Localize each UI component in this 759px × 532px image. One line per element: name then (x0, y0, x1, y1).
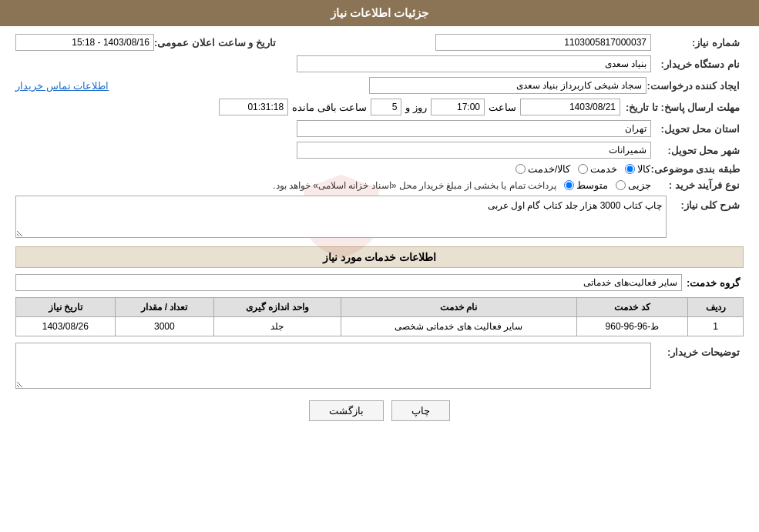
buyer-org-label: نام دستگاه خریدار: (651, 59, 744, 70)
time-label: ساعت (485, 102, 520, 113)
print-button[interactable]: چاپ (391, 400, 450, 421)
purchase-type-row: نوع فرآیند خرید : متوسط جزیی پرداخت تمام… (15, 179, 744, 191)
cell-quantity: 3000 (115, 317, 213, 336)
services-table: ردیف کد خدمت نام خدمت واحد اندازه گیری ت… (15, 297, 744, 336)
need-description-wrapper: چاپ کتاب 3000 هزار جلد کتاب گام اول عربی (15, 196, 667, 240)
buyer-notes-textarea[interactable] (15, 343, 651, 389)
col-service-code: کد خدمت (576, 298, 688, 317)
purchase-type-note: پرداخت تمام یا بخشی از مبلغ خریدار محل «… (273, 180, 556, 191)
city-label: شهر محل تحویل: (651, 145, 744, 156)
radio-khedmat-label: خدمت (590, 163, 617, 175)
radio-motavaset-label: متوسط (576, 179, 608, 191)
purchase-type-options: متوسط جزیی (564, 179, 651, 191)
city-input (297, 142, 651, 159)
col-row-num: ردیف (688, 298, 744, 317)
main-content: شماره نیاز: تاریخ و ساعت اعلان عمومی: نا… (0, 26, 759, 437)
service-info-title: اطلاعات خدمات مورد نیاز (15, 246, 744, 268)
deadline-row: مهلت ارسال پاسخ: تا تاریخ: ساعت روز و سا… (15, 99, 744, 115)
service-group-row: گروه خدمت: (15, 274, 744, 291)
page-wrapper: جزئیات اطلاعات نیاز شماره نیاز: تاریخ و … (0, 0, 759, 532)
province-label: استان محل تحویل: (651, 123, 744, 135)
cell-date: 1403/08/26 (16, 317, 116, 336)
table-row: 1 ط-96-96-960 سایر فعالیت های خدماتی شخص… (16, 317, 744, 336)
buyer-notes-label: توضیحات خریدار: (651, 343, 744, 358)
remaining-label: ساعت باقی مانده (288, 102, 371, 113)
requester-label: ایجاد کننده درخواست: (646, 80, 744, 92)
deadline-remaining-input (219, 99, 288, 115)
buyer-notes-row: توضیحات خریدار: (15, 343, 744, 389)
subject-category-row: طبقه بندی موضوعی: کالا/خدمت خدمت کالا (15, 163, 744, 175)
subject-category-options: کالا/خدمت خدمت کالا (516, 163, 651, 175)
radio-jozyi[interactable]: جزیی (616, 179, 651, 191)
radio-motavaset[interactable]: متوسط (564, 179, 608, 191)
table-header-row: ردیف کد خدمت نام خدمت واحد اندازه گیری ت… (16, 298, 744, 317)
table-head: ردیف کد خدمت نام خدمت واحد اندازه گیری ت… (16, 298, 744, 317)
subject-category-label: طبقه بندی موضوعی: (650, 163, 744, 175)
col-service-name: نام خدمت (341, 298, 576, 317)
button-area: چاپ بازگشت (15, 400, 744, 421)
deadline-date-input (520, 99, 620, 115)
province-row: استان محل تحویل: (15, 120, 744, 137)
deadline-days-input (371, 99, 401, 115)
need-number-label: شماره نیاز: (651, 37, 744, 49)
cell-service-code: ط-96-96-960 (576, 317, 688, 336)
service-group-label: گروه خدمت: (682, 277, 744, 289)
page-header: جزئیات اطلاعات نیاز (0, 0, 759, 26)
col-date: تاریخ نیاز (16, 298, 116, 317)
radio-kala-khedmat-label: کالا/خدمت (528, 163, 571, 175)
days-input-label: روز و (401, 102, 431, 113)
col-unit: واحد اندازه گیری (214, 298, 341, 317)
buyer-org-row: نام دستگاه خریدار: (15, 55, 744, 72)
radio-kala[interactable]: کالا (625, 163, 650, 175)
back-button[interactable]: بازگشت (309, 400, 384, 421)
description-area: چاپ کتاب 3000 هزار جلد کتاب گام اول عربی (15, 196, 667, 240)
radio-jozyi-label: جزیی (628, 179, 651, 191)
cell-unit: جلد (214, 317, 341, 336)
buyer-org-input (297, 55, 651, 72)
need-description-label: شرح کلی نیاز: (667, 196, 744, 211)
page-title: جزئیات اطلاعات نیاز (331, 6, 428, 19)
need-number-input (435, 34, 651, 51)
need-number-row: شماره نیاز: تاریخ و ساعت اعلان عمومی: (15, 34, 744, 51)
table-body: 1 ط-96-96-960 سایر فعالیت های خدماتی شخص… (16, 317, 744, 336)
deadline-time-input (431, 99, 485, 115)
requester-row: ایجاد کننده درخواست: اطلاعات تماس خریدار (15, 77, 744, 94)
need-description-textarea[interactable]: چاپ کتاب 3000 هزار جلد کتاب گام اول عربی (15, 196, 667, 238)
city-row: شهر محل تحویل: (15, 142, 744, 159)
col-quantity: تعداد / مقدار (115, 298, 213, 317)
province-input (297, 120, 651, 137)
radio-kala-khedmat[interactable]: کالا/خدمت (516, 163, 571, 175)
cell-service-name: سایر فعالیت های خدماتی شخصی (341, 317, 576, 336)
purchase-type-label: نوع فرآیند خرید : (651, 179, 744, 191)
need-description-section: شرح کلی نیاز: چاپ کتاب 3000 هزار جلد کتا… (15, 196, 744, 240)
contact-info-link[interactable]: اطلاعات تماس خریدار (15, 80, 109, 92)
cell-row-num: 1 (688, 317, 744, 336)
radio-kala-label: کالا (637, 163, 650, 175)
service-group-input (15, 274, 682, 291)
announce-datetime-input (15, 34, 154, 51)
radio-khedmat[interactable]: خدمت (578, 163, 617, 175)
requester-input (369, 77, 646, 94)
announce-datetime-label: تاریخ و ساعت اعلان عمومی: (154, 37, 280, 49)
deadline-label: مهلت ارسال پاسخ: تا تاریخ: (620, 102, 744, 113)
